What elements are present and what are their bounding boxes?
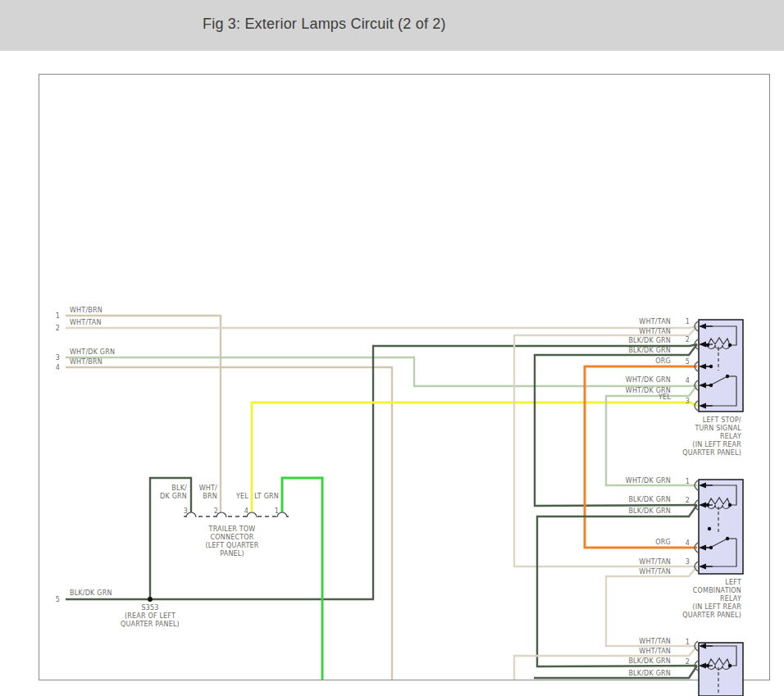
wire-label: 3 [686, 398, 690, 406]
wire-label: WHT/TAN [639, 638, 671, 646]
wire-label: LEFT STOP/ [703, 416, 741, 425]
wire-label: RELAY [720, 433, 741, 441]
wire-label: WHT/TAN [639, 648, 671, 656]
wire-left5-blk-dkgrn [66, 344, 697, 599]
wire-label: LT GRN [254, 493, 279, 501]
wire-label: CONNECTOR [210, 534, 253, 542]
wire-label: BLK/DK GRN [628, 347, 671, 355]
wire-label: 4 [686, 539, 690, 548]
wire-label: 2 [686, 336, 690, 344]
wire-label: 1 [275, 507, 279, 516]
wire-label: WHT/ [199, 484, 217, 493]
wire-label: S353 [141, 604, 158, 612]
wire-label: WHT/BRN [70, 358, 103, 366]
wire-label: WHT/BRN [70, 307, 103, 315]
wire-label: BLK/ [171, 484, 187, 493]
wire-label: RELAY [720, 595, 741, 603]
wire-label: WHT/TAN [70, 319, 102, 327]
wire-label: BLK/DK GRN [628, 670, 671, 678]
wire-label: WHT/TAN [639, 558, 671, 566]
wire-label: YEL [659, 393, 671, 402]
wire-label: (IN LEFT REAR [692, 603, 741, 612]
wire-r2p2-to-r3p2-blk-dkgrn [537, 505, 697, 666]
wire-r1p4-to-r2p1-wht-dkgrn [606, 385, 697, 485]
wire-label: 1 [686, 639, 690, 647]
wire-label: DK GRN [160, 493, 187, 501]
wire-label: 1 [686, 478, 690, 486]
wire-label: (IN LEFT REAR [692, 441, 741, 449]
wire-label: QUARTER PANEL) [682, 612, 741, 620]
wire-label: TURN SIGNAL [695, 425, 741, 433]
wire-r2p3-to-r3p1-wht-tan [606, 566, 697, 646]
wire-left2-wht-tan [66, 326, 697, 328]
wire-label: 3 [56, 354, 60, 362]
wire-tt1-lt-grn [282, 478, 322, 680]
wire-left4-wht-brn [66, 367, 392, 680]
wire-label: 3 [184, 507, 188, 516]
wire-label: WHT/DK GRN [626, 477, 671, 485]
wire-label: 5 [56, 596, 60, 604]
wire-label: 2 [56, 325, 60, 333]
splice-dot [148, 597, 153, 602]
wire-label: PANEL) [220, 550, 244, 558]
wire-label: COMBINATION [693, 587, 741, 595]
wire-label: 4 [686, 377, 690, 385]
wire-label: (LEFT QUARTER [205, 542, 258, 550]
wire-label: LEFT [725, 579, 741, 587]
wire-label: 1 [686, 318, 690, 326]
wire-label: 1 [56, 312, 60, 321]
wire-label: 4 [244, 507, 248, 516]
wire-label: WHT/DK GRN [70, 348, 115, 357]
wire-label: WHT/TAN [639, 328, 671, 336]
wire-label: 5 [686, 358, 690, 366]
wire-label: WHT/DK GRN [626, 376, 671, 384]
wire-label: BLK/DK GRN [70, 589, 112, 598]
wire-r3p2-left-blk-dkgrn [534, 666, 697, 678]
wire-label: QUARTER PANEL) [682, 449, 741, 457]
wire-label: 3 [686, 558, 690, 566]
wire-label: BLK/DK GRN [628, 496, 671, 504]
wire-label: WHT/TAN [639, 568, 671, 576]
wire-label: BRN [203, 493, 217, 501]
wire-label: WHT/TAN [639, 318, 671, 326]
wire-label: BLK/DK GRN [628, 507, 671, 516]
wire-left3-wht-dkgrn [66, 357, 697, 386]
wire-label: BLK/DK GRN [628, 657, 671, 666]
wire-label: 4 [56, 364, 60, 372]
wire-label: ORG [655, 357, 671, 366]
wire-label: QUARTER PANEL) [121, 621, 180, 629]
wire-label: YEL [236, 493, 248, 501]
wire-label: TRAILER TOW [209, 525, 256, 534]
wire-left1-wht-brn [66, 316, 221, 515]
wire-label: ORG [655, 539, 671, 547]
wire-r1p2-to-r2p2-blk-dkgrn [535, 344, 697, 506]
wire-label: 2 [686, 658, 690, 666]
wire-label: 2 [686, 497, 690, 505]
wire-label: 2 [214, 507, 218, 516]
wire-label: (REAR OF LEFT [125, 612, 175, 621]
wire-label: BLK/DK GRN [628, 337, 671, 345]
